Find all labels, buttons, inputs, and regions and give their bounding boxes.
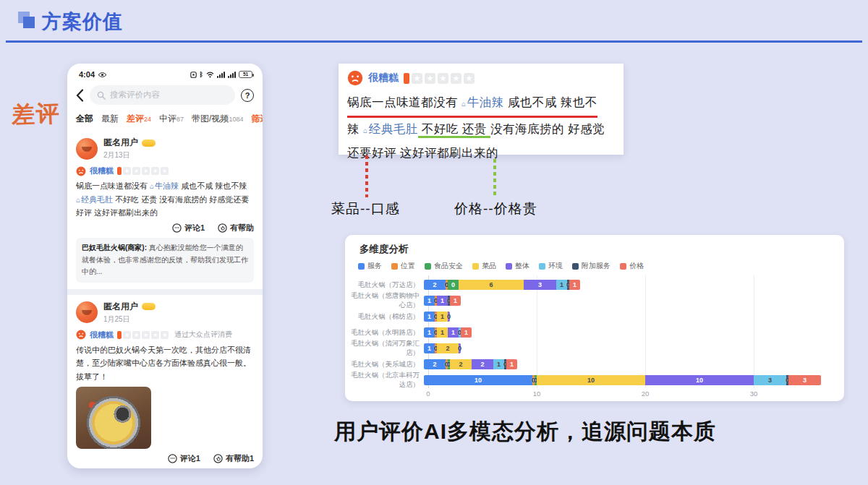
bar-segment: 10 <box>645 375 754 385</box>
store-label: 毛肚火锅（永明路店） <box>345 328 424 338</box>
search-placeholder: 搜索评价内容 <box>110 90 160 100</box>
chart-row: 毛肚火锅（悠唐购物中心店）10101 <box>345 293 840 309</box>
search-icon <box>97 91 106 100</box>
level-badge <box>142 140 156 147</box>
filter-tab-bad[interactable]: 差评24 <box>127 113 151 125</box>
stacked-bar: 10101 <box>424 296 461 306</box>
stacked-bar: 1020 <box>424 343 461 353</box>
help-button[interactable]: ? <box>241 89 254 102</box>
bar-segment: 2 <box>437 343 459 353</box>
helpful-button[interactable]: 有帮助1 <box>213 453 254 464</box>
bar-segment: 1 <box>450 296 461 306</box>
legend-swatch <box>620 263 626 270</box>
legend-item[interactable]: 整体 <box>506 261 529 271</box>
legend-item[interactable]: 服务 <box>358 261 382 271</box>
connector-label-price: 价格--价格贵 <box>454 199 537 218</box>
legend-item[interactable]: 附加服务 <box>572 261 610 271</box>
review-feed: 匿名用户 2月13日 很糟糕 ★★★★★ 锅底一点味道都没有 牛油辣 咸也不咸 … <box>67 131 263 468</box>
bar-segment: 1 <box>506 359 517 369</box>
filter-tab-mid[interactable]: 中评87 <box>159 113 184 125</box>
legend-swatch <box>425 263 431 270</box>
bar-segment: 2 <box>424 359 446 369</box>
angry-emoji-icon <box>76 330 86 340</box>
chart-rows: 毛肚火锅（万达店）20063101毛肚火锅（悠唐购物中心店）10101毛肚火锅（… <box>345 277 840 388</box>
bar-segment: 2 <box>472 359 493 369</box>
review-callout-card: 很糟糕 ★★★★★ 锅底一点味道都没有 牛油辣 咸也不咸 辣也不 辣 经典毛肚 … <box>339 64 624 155</box>
page-title: 方案价值 <box>42 9 123 35</box>
dish-tag[interactable]: 经典毛肚 <box>76 195 113 204</box>
stacked-bar: 20063101 <box>424 280 580 290</box>
chart-row: 毛肚火锅（永明路店）101101 <box>345 325 840 340</box>
thumb-icon <box>213 454 223 463</box>
bar-segment: 1 <box>461 327 472 338</box>
store-label: 毛肚火锅（悠唐购物中心店） <box>345 291 424 310</box>
review-item-1: 匿名用户 2月13日 很糟糕 ★★★★★ 锅底一点味道都没有 牛油辣 咸也不咸 … <box>67 131 263 289</box>
stacked-bar: 1010 <box>424 312 450 322</box>
store-label: 毛肚火锅（北京丰科万达店） <box>345 371 424 390</box>
filter-tabs: 全部 最新 差评24 中评87 带图/视频1084 筛选 <box>67 109 263 131</box>
connector-dotted-red <box>365 155 368 197</box>
legend-item[interactable]: 菜品 <box>472 261 496 271</box>
angry-emoji-icon <box>347 70 363 86</box>
review-body: 锅底一点味道都没有 牛油辣 咸也不咸 辣也不辣 经典毛肚 不好吃 还贵 没有海底… <box>76 179 254 220</box>
filter-dropdown[interactable]: 筛选 <box>251 113 263 125</box>
chart-row: 毛肚火锅（北京丰科万达店）10001010303 <box>345 372 840 388</box>
chart-row: 毛肚火锅（美乐城店）20022101 <box>345 356 840 372</box>
filter-tab-media[interactable]: 带图/视频1084 <box>192 113 243 125</box>
bar-segment: 1 <box>424 296 435 306</box>
dish-tag[interactable]: 牛油辣 <box>150 181 179 190</box>
dish-tag: 经典毛肚 <box>363 122 418 135</box>
nfc-icon <box>190 72 197 78</box>
x-tick-label: 20 <box>642 390 650 398</box>
comment-button[interactable]: 评论1 <box>168 453 200 464</box>
bar-segment: 3 <box>788 375 821 385</box>
bar-segment: 0 <box>448 280 459 290</box>
rating-extra: 通过大众点评消费 <box>174 330 232 340</box>
legend-swatch <box>539 263 545 270</box>
stacked-bar: 10001010303 <box>424 375 821 385</box>
comment-icon <box>172 223 182 233</box>
legend-swatch <box>572 263 579 270</box>
bar-segment: 1 <box>424 327 435 338</box>
rating-row: 很糟糕 ★★★★★ <box>76 166 254 176</box>
filter-tab-newest[interactable]: 最新 <box>101 113 119 125</box>
legend-item[interactable]: 环境 <box>539 261 563 271</box>
search-input[interactable]: 搜索评价内容 <box>90 85 235 105</box>
phone-nav-bar: 搜索评价内容 ? <box>67 80 263 109</box>
helpful-button[interactable]: 有帮助 <box>218 223 254 233</box>
rating-label: 很糟糕 <box>90 330 114 340</box>
reviewer-name: 匿名用户 <box>103 301 138 313</box>
callout-review-text: 锅底一点味道都没有 牛油辣 咸也不咸 辣也不 辣 经典毛肚 不好吃 还贵 没有海… <box>347 91 615 163</box>
chart-row: 毛肚火锅（万达店）20063101 <box>345 277 840 293</box>
reviewer-name: 匿名用户 <box>103 137 138 149</box>
legend-swatch <box>472 263 479 270</box>
analysis-chart-card: 多维度分析 服务位置食品安全菜品整体环境附加服务价格 毛肚火锅（万达店）2006… <box>345 235 844 401</box>
title-squares-icon <box>18 12 37 30</box>
filter-tab-all[interactable]: 全部 <box>76 113 93 125</box>
bar-segment: 1 <box>437 327 448 338</box>
bar-segment: 1 <box>493 359 504 369</box>
comment-button[interactable]: 评论1 <box>172 223 205 233</box>
food-photo[interactable] <box>76 387 151 449</box>
legend-item[interactable]: 价格 <box>620 261 644 271</box>
back-icon[interactable] <box>76 89 84 102</box>
store-label: 毛肚火锅（美乐城店） <box>345 360 424 369</box>
review-date: 1月25日 <box>103 314 156 325</box>
chart-row: 毛肚火锅（棉纺店）1010 <box>345 309 840 325</box>
bar-segment: 10 <box>537 375 645 385</box>
x-tick-label: 30 <box>750 390 758 398</box>
bar-segment: 1 <box>424 312 435 322</box>
bar-segment: 3 <box>754 375 786 385</box>
legend-item[interactable]: 食品安全 <box>425 261 463 271</box>
comment-icon <box>168 454 177 463</box>
bar-segment: 0 <box>448 312 450 322</box>
level-badge <box>142 303 156 310</box>
x-tick-label: 0 <box>426 390 430 398</box>
rating-label: 很糟糕 <box>368 72 399 85</box>
bar-segment: 1 <box>556 280 567 290</box>
bluetooth-icon: ᛒ <box>200 71 203 78</box>
legend-item[interactable]: 位置 <box>391 261 415 271</box>
review-body: 传说中的巴奴火锅今天第一次吃，其他分店不很清楚，至少陆家嘴中心店各方面体验感真心… <box>76 343 254 384</box>
bar-segment: 0 <box>459 343 461 353</box>
star-rating: ★★★★★ <box>404 73 475 84</box>
